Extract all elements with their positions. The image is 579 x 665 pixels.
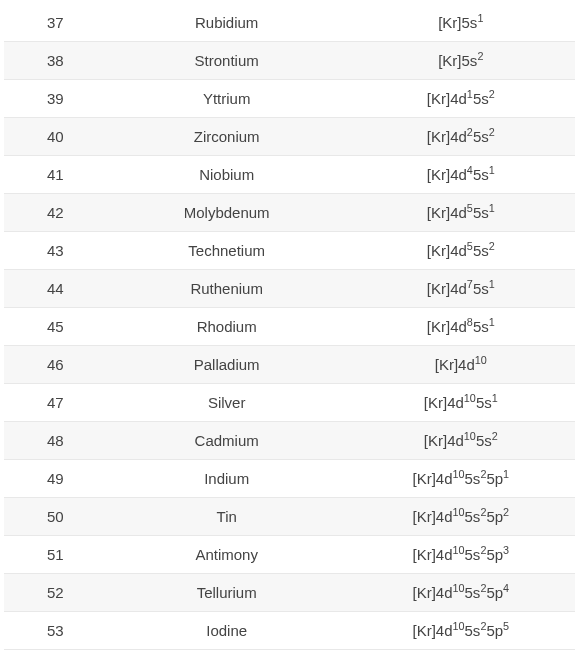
atomic-number-cell: 40 [4, 118, 107, 156]
atomic-number-cell: 46 [4, 346, 107, 384]
table-row: 41 Niobium [Kr]4d45s1 [4, 156, 575, 194]
element-name-cell: Rubidium [107, 4, 347, 42]
element-name-cell: Ruthenium [107, 270, 347, 308]
atomic-number-cell: 44 [4, 270, 107, 308]
table-row: 45 Rhodium [Kr]4d85s1 [4, 308, 575, 346]
element-name-cell: Technetium [107, 232, 347, 270]
atomic-number-cell: 38 [4, 42, 107, 80]
atomic-number-cell: 49 [4, 460, 107, 498]
atomic-number-cell: 52 [4, 574, 107, 612]
electron-config-cell: [Kr]4d25s2 [347, 118, 575, 156]
electron-config-cell: [Kr]4d105s25p1 [347, 460, 575, 498]
table-row: 52 Tellurium [Kr]4d105s25p4 [4, 574, 575, 612]
table-row: 50 Tin [Kr]4d105s25p2 [4, 498, 575, 536]
table-row: 43 Technetium [Kr]4d55s2 [4, 232, 575, 270]
element-name-cell: Niobium [107, 156, 347, 194]
table-row: 42 Molybdenum [Kr]4d55s1 [4, 194, 575, 232]
atomic-number-cell: 43 [4, 232, 107, 270]
atomic-number-cell: 48 [4, 422, 107, 460]
element-name-cell: Palladium [107, 346, 347, 384]
element-name-cell: Tin [107, 498, 347, 536]
table-row: 40 Zirconium [Kr]4d25s2 [4, 118, 575, 156]
atomic-number-cell: 39 [4, 80, 107, 118]
electron-config-cell: [Kr]4d105s25p3 [347, 536, 575, 574]
electron-config-cell: [Kr]4d85s1 [347, 308, 575, 346]
electron-configuration-table: 37 Rubidium [Kr]5s1 38 Strontium [Kr]5s2… [4, 4, 575, 650]
element-name-cell: Molybdenum [107, 194, 347, 232]
electron-config-cell: [Kr]4d105s25p4 [347, 574, 575, 612]
element-name-cell: Rhodium [107, 308, 347, 346]
electron-config-cell: [Kr]5s1 [347, 4, 575, 42]
atomic-number-cell: 51 [4, 536, 107, 574]
table-row: 39 Yttrium [Kr]4d15s2 [4, 80, 575, 118]
electron-config-cell: [Kr]4d75s1 [347, 270, 575, 308]
table-row: 51 Antimony [Kr]4d105s25p3 [4, 536, 575, 574]
electron-config-cell: [Kr]4d55s1 [347, 194, 575, 232]
element-name-cell: Indium [107, 460, 347, 498]
atomic-number-cell: 53 [4, 612, 107, 650]
element-name-cell: Yttrium [107, 80, 347, 118]
element-name-cell: Zirconium [107, 118, 347, 156]
atomic-number-cell: 42 [4, 194, 107, 232]
atomic-number-cell: 41 [4, 156, 107, 194]
atomic-number-cell: 37 [4, 4, 107, 42]
element-name-cell: Iodine [107, 612, 347, 650]
atomic-number-cell: 50 [4, 498, 107, 536]
table-row: 48 Cadmium [Kr]4d105s2 [4, 422, 575, 460]
electron-config-cell: [Kr]5s2 [347, 42, 575, 80]
element-name-cell: Antimony [107, 536, 347, 574]
electron-config-cell: [Kr]4d45s1 [347, 156, 575, 194]
table-body: 37 Rubidium [Kr]5s1 38 Strontium [Kr]5s2… [4, 4, 575, 650]
table-row: 44 Ruthenium [Kr]4d75s1 [4, 270, 575, 308]
element-name-cell: Tellurium [107, 574, 347, 612]
electron-config-cell: [Kr]4d105s2 [347, 422, 575, 460]
table-row: 38 Strontium [Kr]5s2 [4, 42, 575, 80]
electron-config-cell: [Kr]4d105s25p2 [347, 498, 575, 536]
element-name-cell: Silver [107, 384, 347, 422]
electron-config-cell: [Kr]4d10 [347, 346, 575, 384]
table-row: 49 Indium [Kr]4d105s25p1 [4, 460, 575, 498]
atomic-number-cell: 47 [4, 384, 107, 422]
table-row: 47 Silver [Kr]4d105s1 [4, 384, 575, 422]
element-name-cell: Strontium [107, 42, 347, 80]
table-row: 37 Rubidium [Kr]5s1 [4, 4, 575, 42]
table-row: 46 Palladium [Kr]4d10 [4, 346, 575, 384]
electron-config-cell: [Kr]4d105s25p5 [347, 612, 575, 650]
electron-config-cell: [Kr]4d55s2 [347, 232, 575, 270]
electron-config-cell: [Kr]4d105s1 [347, 384, 575, 422]
element-name-cell: Cadmium [107, 422, 347, 460]
atomic-number-cell: 45 [4, 308, 107, 346]
electron-config-cell: [Kr]4d15s2 [347, 80, 575, 118]
table-row: 53 Iodine [Kr]4d105s25p5 [4, 612, 575, 650]
